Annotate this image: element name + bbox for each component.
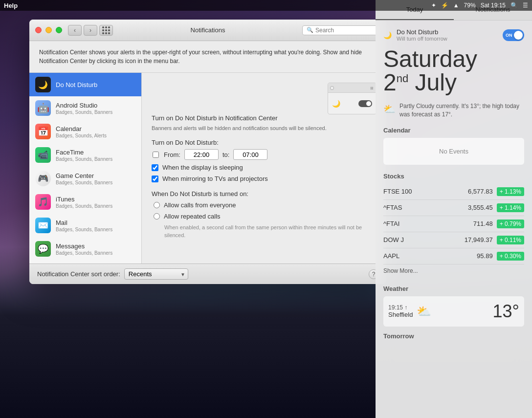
nc-calendar-header: Calendar bbox=[383, 127, 524, 134]
app-subtitle: Badges, Sounds, Banners bbox=[56, 227, 135, 232]
stock-name: ^FTAI bbox=[383, 220, 459, 227]
from-time-input[interactable] bbox=[184, 149, 219, 160]
list-item[interactable]: 💬 Messages Badges, Sounds, Banners bbox=[29, 237, 141, 261]
show-more-stocks[interactable]: Show More... bbox=[383, 264, 524, 277]
nc-no-events: No Events bbox=[383, 138, 524, 165]
app-subtitle: Badges, Sounds, Banners bbox=[56, 250, 135, 256]
app-subtitle: Badges, Sounds, Banners bbox=[56, 180, 135, 185]
mail-icon: ✉️ bbox=[35, 218, 51, 233]
nc-date-section: Saturday 2nd July bbox=[383, 47, 524, 94]
nc-dnd-row: 🌙 Do Not Disturb Will turn off tomorrow … bbox=[383, 28, 524, 42]
sort-select[interactable]: Recents Recents by App Manually by App bbox=[124, 268, 188, 280]
window-forward-button[interactable]: › bbox=[84, 25, 97, 36]
weather-location: Sheffield bbox=[388, 311, 413, 318]
mirroring-row: When mirroring to TVs and projectors bbox=[152, 175, 377, 182]
allow-calls-row: Allow calls from everyone bbox=[154, 201, 377, 209]
search-icon: 🔍 bbox=[307, 27, 313, 33]
settings-panel: ⊞ 🌙 Turn on Do Not Disturb in Notificati… bbox=[142, 73, 386, 264]
search-menubar-icon[interactable]: 🔍 bbox=[510, 2, 518, 9]
stock-name: DOW J bbox=[383, 236, 459, 243]
notification-center-panel: Today Notifications 🌙 Do Not Disturb Wil… bbox=[376, 0, 532, 418]
stock-change: + 0.11% bbox=[497, 236, 524, 244]
stock-row: AAPL 95.89 + 0.30% bbox=[383, 248, 524, 264]
gamecenter-icon: 🎮 bbox=[35, 171, 51, 186]
window-back-button[interactable]: ‹ bbox=[68, 25, 82, 36]
window-footer: Notification Center sort order: Recents … bbox=[29, 264, 386, 284]
window-maximize-button[interactable] bbox=[56, 27, 62, 33]
menubar: Help ✦ ⚡ ▲ 79% Sat 19:15 🔍 ☰ bbox=[0, 0, 532, 11]
app-subtitle: Badges, Sounds, Alerts bbox=[56, 133, 135, 138]
weather-temperature: 13° bbox=[493, 301, 519, 322]
app-list: 🌙 Do Not Disturb 🤖 Android Studio Badges… bbox=[29, 73, 142, 264]
sort-order-label: Notification Center sort order: bbox=[37, 270, 120, 278]
list-item[interactable]: 🎮 Game Center Badges, Sounds, Banners bbox=[29, 167, 141, 190]
stock-price: 6,577.83 bbox=[459, 188, 493, 195]
weather-widget-icon: ⛅ bbox=[417, 305, 431, 318]
list-item[interactable]: ✉️ Mail Badges, Sounds, Banners bbox=[29, 214, 141, 237]
window-navigation: ‹ › bbox=[68, 25, 97, 36]
wifi-icon: ▲ bbox=[453, 2, 459, 9]
nc-toggle-label: ON bbox=[506, 33, 512, 38]
list-item[interactable]: 📅 Calendar Badges, Sounds, Alerts bbox=[29, 120, 141, 143]
app-name: Game Center bbox=[56, 172, 135, 179]
list-item[interactable]: 🤖 Android Studio Badges, Sounds, Banners bbox=[29, 96, 141, 120]
stock-name: AAPL bbox=[383, 252, 459, 260]
search-input[interactable] bbox=[315, 27, 376, 34]
mirroring-label: When mirroring to TVs and projectors bbox=[162, 175, 268, 182]
window-search-box[interactable]: 🔍 bbox=[302, 25, 380, 35]
nc-date-day-name: Saturday bbox=[383, 47, 524, 71]
nc-stocks-section: Stocks FTSE 100 6,577.83 + 1.13% ^FTAS 3… bbox=[383, 173, 524, 277]
list-item[interactable]: 📹 FaceTime Badges, Sounds, Banners bbox=[29, 143, 141, 167]
from-label: From: bbox=[164, 151, 180, 158]
itunes-icon: 🎵 bbox=[35, 194, 51, 210]
window-body: Notification Center shows your alerts in… bbox=[29, 41, 386, 284]
app-name: Calendar bbox=[56, 125, 135, 132]
list-item[interactable]: 🎵 iTunes Badges, Sounds, Banners bbox=[29, 190, 141, 214]
window-title: Notifications bbox=[191, 26, 225, 34]
nc-weather-widget: Weather 19:15 ↑ Sheffield ⛅ 13° bbox=[383, 285, 524, 327]
repeated-calls-description: When enabled, a second call from the sam… bbox=[164, 224, 377, 239]
android-studio-icon: 🤖 bbox=[35, 100, 51, 116]
list-item[interactable]: 🌙 Do Not Disturb bbox=[29, 73, 141, 96]
nc-weather-text: Partly Cloudy currently. It's 13°; the h… bbox=[399, 102, 524, 119]
when-on-label: When Do Not Disturb is turned on: bbox=[152, 190, 377, 198]
nc-content: 🌙 Do Not Disturb Will turn off tomorrow … bbox=[376, 21, 532, 418]
nc-date-number: 2nd July bbox=[383, 71, 524, 94]
partly-cloudy-icon: ⛅ bbox=[383, 102, 396, 116]
stock-row: ^FTAI 711.48 + 0.79% bbox=[383, 216, 524, 232]
display-sleeping-checkbox[interactable] bbox=[152, 164, 158, 171]
nc-dnd-subtitle: Will turn off tomorrow bbox=[397, 36, 503, 42]
from-time-checkbox[interactable] bbox=[153, 152, 159, 158]
app-name: Do Not Disturb bbox=[56, 81, 135, 88]
mirroring-checkbox[interactable] bbox=[152, 176, 158, 182]
desktop: Help ✦ ⚡ ▲ 79% Sat 19:15 🔍 ☰ ‹ › bbox=[0, 0, 532, 418]
stock-name: FTSE 100 bbox=[383, 188, 459, 195]
stock-row: DOW J 17,949.37 + 0.11% bbox=[383, 232, 524, 248]
app-name: FaceTime bbox=[56, 149, 135, 156]
stock-row: FTSE 100 6,577.83 + 1.13% bbox=[383, 184, 524, 200]
window-main: 🌙 Do Not Disturb 🤖 Android Studio Badges… bbox=[29, 73, 386, 264]
display-sleeping-row: When the display is sleeping bbox=[152, 164, 377, 171]
stock-price: 95.89 bbox=[459, 252, 493, 260]
app-subtitle: Badges, Sounds, Banners bbox=[56, 110, 135, 115]
allow-repeated-row: Allow repeated calls bbox=[154, 213, 377, 220]
calendar-icon: 📅 bbox=[35, 124, 51, 139]
allow-repeated-radio[interactable] bbox=[154, 213, 160, 220]
allow-repeated-label: Allow repeated calls bbox=[164, 213, 221, 220]
nc-dnd-toggle[interactable]: ON bbox=[503, 29, 524, 41]
window-titlebar: ‹ › Notifications 🔍 bbox=[29, 20, 386, 41]
app-subtitle: Badges, Sounds, Banners bbox=[56, 156, 135, 162]
menubar-help[interactable]: Help bbox=[4, 2, 18, 9]
window-close-button[interactable] bbox=[35, 27, 42, 33]
nc-tomorrow-header: Tomorrow bbox=[383, 332, 524, 340]
menu-icon[interactable]: ☰ bbox=[523, 2, 528, 9]
nc-tomorrow-section: Tomorrow bbox=[383, 332, 524, 340]
app-name: Android Studio bbox=[56, 102, 135, 109]
facetime-icon: 📹 bbox=[35, 147, 51, 163]
window-minimize-button[interactable] bbox=[45, 27, 52, 33]
allow-calls-radio[interactable] bbox=[154, 202, 160, 208]
to-time-input[interactable] bbox=[233, 149, 267, 160]
sort-select-wrapper[interactable]: Recents Recents by App Manually by App ▼ bbox=[124, 268, 188, 280]
stock-change: + 0.79% bbox=[497, 220, 524, 228]
window-grid-button[interactable] bbox=[99, 25, 113, 36]
